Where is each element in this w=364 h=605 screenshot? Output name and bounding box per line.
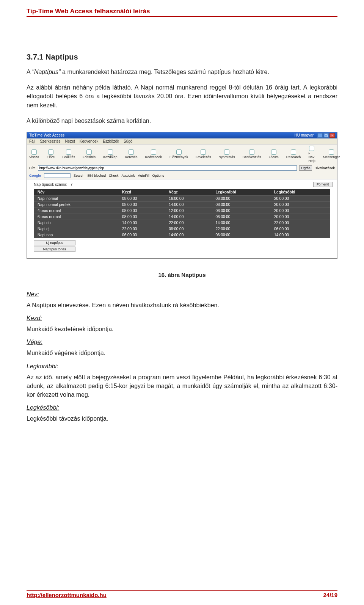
def-body-legkesobbi: Legkésőbbi távozás időpontja.	[27, 414, 337, 423]
forum-button[interactable]: Fórum	[269, 149, 279, 159]
google-toolbar: Google Search 854 blocked Check AutoLink…	[27, 172, 337, 179]
back-button[interactable]: Vissza	[29, 149, 39, 159]
table-row[interactable]: Napi du14:00:0022:00:0014:00:0022:00:00	[34, 220, 330, 226]
table-cell: Napi normal pentek	[34, 201, 118, 207]
inav-button[interactable]: i-Nav Help	[308, 146, 315, 163]
menu-item[interactable]: Nézet	[65, 139, 75, 143]
table-cell: 08:00:00	[118, 207, 165, 214]
google-logo: Google	[29, 174, 41, 178]
google-search-button[interactable]: Search	[74, 174, 85, 178]
def-term-kezd: Kezd:	[27, 315, 337, 322]
paragraph-2: Az alábbi ábrán néhány példa látható. A …	[27, 83, 337, 110]
table-cell: 20:00:00	[270, 207, 330, 214]
page-header-text: Tip-Time Web Access felhasználói leírás	[27, 8, 150, 15]
th-legkorabbi: Legkorábbi	[212, 189, 270, 196]
th-name: Név	[34, 189, 118, 196]
def-term-legkorabbi: Legkorábbi:	[27, 363, 337, 370]
forward-button[interactable]: Előre	[47, 149, 55, 159]
address-input[interactable]	[38, 165, 297, 171]
th-legkesobbi: Legkésőbbi	[270, 189, 330, 196]
table-cell: 4 oras normal	[34, 207, 118, 214]
table-cell: 14:00:00	[270, 232, 330, 238]
table-row[interactable]: Napi ej22:00:0006:00:0022:00:0006:00:00	[34, 226, 330, 232]
edit-button[interactable]: Szerkesztés	[243, 149, 261, 159]
def-body-nev: A Naptípus elnevezése. Ezen a néven hiva…	[27, 301, 337, 310]
stop-button[interactable]: Leállítás	[62, 149, 75, 159]
table-cell: 06:00:00	[212, 195, 270, 201]
table-cell: 22:00:00	[165, 220, 212, 226]
table-cell: 08:00:00	[118, 195, 165, 201]
table-cell: Napi ej	[34, 226, 118, 232]
refresh-button[interactable]: Frissítés	[83, 149, 96, 159]
table-cell: 06:00:00	[118, 232, 165, 238]
minimize-button[interactable]: _	[317, 133, 323, 138]
address-bar: Cím Ugrás Hivatkozások	[27, 164, 337, 172]
search-button[interactable]: Keresés	[125, 149, 137, 159]
footer-url[interactable]: http://ellenorzottmunkaido.hu	[27, 592, 107, 598]
google-blocked[interactable]: 854 blocked	[88, 174, 106, 178]
table-row[interactable]: 6 oras normal08:00:0014:00:0006:00:0020:…	[34, 214, 330, 220]
para1-b: a munkarendeket határozza meg. Tetszőleg…	[61, 69, 269, 75]
google-autolink[interactable]: AutoLink	[122, 174, 135, 178]
daytype-table: Név Kezd Vége Legkorábbi Legkésőbbi Napi…	[34, 189, 330, 238]
close-button[interactable]: ×	[329, 133, 335, 138]
count-row: Nap típusok száma: 7	[34, 182, 330, 187]
figure-caption: 16. ábra Naptípus	[27, 272, 337, 278]
table-cell: 22:00:00	[270, 220, 330, 226]
table-cell: 16:00:00	[165, 195, 212, 201]
table-cell: Napi normal	[34, 195, 118, 201]
paragraph-3: A különböző napi beosztások száma korlát…	[27, 116, 337, 125]
delete-daytype-button[interactable]: Naptípus törlés	[34, 247, 75, 252]
go-button[interactable]: Ugrás	[299, 165, 312, 171]
def-body-kezd: Munkaidő kezdetének időpontja.	[27, 325, 337, 333]
table-cell: 06:00:00	[212, 232, 270, 238]
table-cell: 20:00:00	[270, 201, 330, 207]
window-lang: HU magyar	[294, 133, 314, 137]
table-row[interactable]: Napi normal08:00:0016:00:0006:00:0020:00…	[34, 195, 330, 201]
paragraph-1: A "Naptípus" a munkarendeket határozza m…	[27, 68, 337, 76]
embedded-screenshot: TipTime Web Access HU magyar _ ▢ × Fájl …	[27, 132, 337, 259]
browser-content: Főmenü Nap típusok száma: 7 Név Kezd Vég…	[27, 179, 337, 258]
print-button[interactable]: Nyomtatás	[219, 149, 235, 159]
table-cell: 06:00:00	[165, 226, 212, 232]
favorites-button[interactable]: Kedvencek	[145, 149, 162, 159]
table-row[interactable]: Napi nap06:00:0014:00:0006:00:0014:00:00	[34, 232, 330, 238]
google-autofill[interactable]: AutoFill	[138, 174, 149, 178]
maximize-button[interactable]: ▢	[323, 133, 329, 138]
menu-item[interactable]: Fájl	[29, 139, 35, 143]
menu-item[interactable]: Eszközök	[103, 139, 119, 143]
research-button[interactable]: Research	[286, 149, 301, 159]
window-title: TipTime Web Access	[29, 133, 64, 137]
table-cell: 6 oras normal	[34, 214, 118, 220]
google-options[interactable]: Options	[152, 174, 164, 178]
window-titlebar: TipTime Web Access HU magyar _ ▢ ×	[27, 132, 337, 138]
google-check[interactable]: Check	[109, 174, 119, 178]
table-cell: 14:00:00	[165, 214, 212, 220]
section-heading: 3.7.1 Naptípus	[27, 53, 337, 61]
count-value: 7	[71, 182, 73, 187]
google-search-input[interactable]	[44, 173, 71, 178]
menu-item[interactable]: Súgó	[124, 139, 132, 143]
table-row[interactable]: 4 oras normal08:00:0012:00:0006:00:0020:…	[34, 207, 330, 214]
table-cell: 20:00:00	[270, 214, 330, 220]
table-cell: Napi nap	[34, 232, 118, 238]
page-header: Tip-Time Web Access felhasználói leírás	[27, 8, 337, 17]
home-button[interactable]: Kezdőlap	[103, 149, 118, 159]
mail-button[interactable]: Levelezés	[196, 149, 211, 159]
messenger-button[interactable]: Messenger	[323, 149, 340, 159]
history-button[interactable]: Előzmények	[169, 149, 188, 159]
def-term-nev: Név:	[27, 291, 337, 298]
table-cell: 14:00:00	[165, 201, 212, 207]
table-row[interactable]: Napi normal pentek08:00:0014:00:0006:00:…	[34, 201, 330, 207]
table-cell: 06:00:00	[212, 207, 270, 214]
def-term-vege: Vége:	[27, 339, 337, 346]
new-daytype-button[interactable]: Új naptípus	[34, 240, 75, 245]
menu-item[interactable]: Kedvencek	[80, 139, 98, 143]
fomenu-button[interactable]: Főmenü	[313, 182, 333, 187]
count-label: Nap típusok száma:	[34, 182, 67, 187]
links-label[interactable]: Hivatkozások	[314, 166, 335, 170]
table-cell: 14:00:00	[212, 220, 270, 226]
menu-item[interactable]: Szerkesztés	[40, 139, 60, 143]
para1-em: "Naptípus"	[32, 69, 60, 75]
footer-page: 24/19	[323, 592, 337, 598]
